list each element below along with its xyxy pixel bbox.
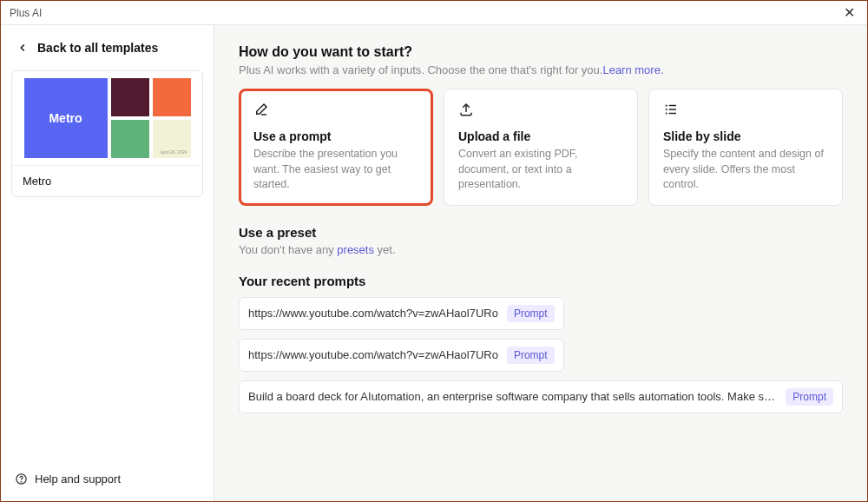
preset-heading: Use a preset (239, 225, 843, 240)
card-desc: Convert an existing PDF, document, or te… (458, 147, 623, 193)
list-icon (663, 102, 679, 117)
svg-point-7 (666, 109, 667, 110)
card-title: Use a prompt (253, 129, 418, 143)
main-panel: How do you want to start? Plus AI works … (214, 25, 867, 501)
sidebar: Back to all templates Metro April 24, 20… (1, 25, 214, 501)
recent-prompt-text: https://www.youtube.com/watch?v=zwAHaol7… (248, 348, 498, 361)
edit-icon (253, 102, 269, 117)
svg-point-1 (21, 481, 22, 482)
recent-prompt-item[interactable]: Build a board deck for AIutomation, an e… (239, 380, 843, 413)
page-subtitle: Plus AI works with a variety of inputs. … (239, 63, 843, 76)
prompt-badge: Prompt (507, 347, 555, 364)
titlebar: Plus AI ✕ (1, 1, 867, 25)
back-label: Back to all templates (37, 41, 158, 55)
page-title: How do you want to start? (239, 44, 843, 60)
upload-icon (458, 102, 474, 117)
recent-heading: Your recent prompts (239, 274, 843, 288)
card-desc: Describe the presentation you want. The … (253, 147, 418, 193)
chevron-left-icon (16, 42, 29, 54)
thumb-date: April 24, 2024 (153, 120, 191, 158)
prompt-badge: Prompt (786, 388, 833, 406)
card-title: Slide by slide (663, 129, 828, 143)
start-options: Use a prompt Describe the presentation y… (239, 89, 843, 206)
card-desc: Specify the content and design of every … (663, 147, 828, 193)
help-icon (15, 472, 28, 485)
recent-prompt-item[interactable]: https://www.youtube.com/watch?v=zwAHaol7… (239, 297, 564, 330)
card-title: Upload a file (458, 129, 623, 143)
help-label: Help and support (35, 472, 121, 485)
template-card[interactable]: Metro April 24, 2024 Metro (11, 70, 203, 197)
svg-point-8 (666, 113, 667, 114)
recent-prompt-text: Build a board deck for AIutomation, an e… (248, 390, 777, 403)
close-icon[interactable]: ✕ (840, 4, 858, 21)
app-body: Back to all templates Metro April 24, 20… (1, 25, 867, 501)
recent-prompt-text: https://www.youtube.com/watch?v=zwAHaol7… (248, 307, 498, 320)
prompt-badge: Prompt (507, 305, 555, 322)
preset-subtitle: You don't have any presets yet. (239, 243, 843, 256)
template-thumbnail: Metro April 24, 2024 (12, 71, 202, 165)
option-use-a-prompt[interactable]: Use a prompt Describe the presentation y… (239, 89, 433, 206)
thumb-label: Metro (24, 78, 108, 158)
option-slide-by-slide[interactable]: Slide by slide Specify the content and d… (648, 89, 843, 206)
option-upload-a-file[interactable]: Upload a file Convert an existing PDF, d… (444, 89, 638, 206)
svg-point-6 (666, 105, 667, 106)
help-and-support-button[interactable]: Help and support (11, 466, 203, 489)
template-name: Metro (12, 165, 202, 196)
recent-prompt-item[interactable]: https://www.youtube.com/watch?v=zwAHaol7… (239, 339, 564, 372)
window-title: Plus AI (10, 7, 42, 19)
learn-more-link[interactable]: Learn more. (602, 63, 663, 76)
presets-link[interactable]: presets (337, 243, 374, 256)
back-to-templates-button[interactable]: Back to all templates (11, 37, 203, 70)
